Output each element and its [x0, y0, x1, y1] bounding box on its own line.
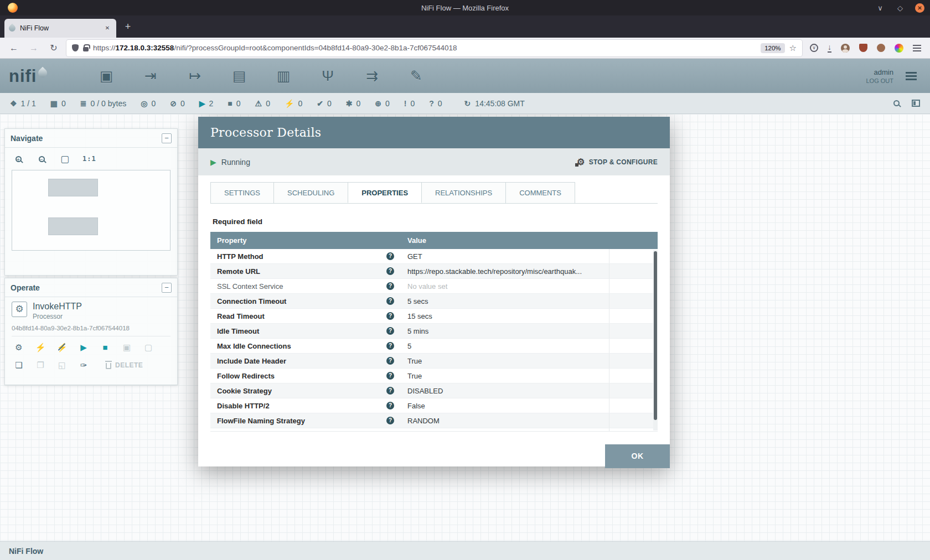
dialog-tab[interactable]: COMMENTS: [505, 182, 575, 203]
property-row[interactable]: Follow Redirects ? True: [210, 369, 658, 383]
operate-button[interactable]: ▣: [120, 341, 134, 354]
property-row[interactable]: SSL Context Service ? No value set: [210, 279, 658, 294]
tab-close-icon[interactable]: ✕: [103, 24, 112, 33]
reload-icon[interactable]: ↻: [46, 41, 61, 55]
account-icon[interactable]: [841, 44, 850, 53]
template-icon: ⇉: [366, 68, 378, 84]
fit-icon[interactable]: ▢: [59, 153, 70, 164]
forward-icon[interactable]: →: [27, 41, 41, 55]
status-count: 2: [209, 99, 214, 108]
ublock-extension-icon[interactable]: [859, 44, 867, 52]
operate-panel-header[interactable]: Operate −: [5, 278, 177, 297]
navigate-panel: Navigate − + − ▢ 1:1: [4, 128, 178, 276]
operate-title: Operate: [11, 283, 40, 292]
colorful-extension-icon[interactable]: [895, 44, 903, 53]
help-icon: ?: [386, 387, 394, 395]
zoom-out-icon[interactable]: −: [39, 156, 45, 162]
toolbar-component[interactable]: ⇥: [140, 65, 162, 87]
property-row[interactable]: Disable HTTP/2 ? False: [210, 398, 658, 413]
collapse-icon[interactable]: −: [162, 133, 172, 143]
new-tab-button[interactable]: +: [120, 19, 136, 35]
selected-component-type: Processor: [33, 313, 82, 320]
help-icon: ?: [386, 252, 394, 260]
status-item: ⚡ 0: [285, 99, 302, 108]
operate-button[interactable]: ❏: [12, 359, 26, 372]
dialog-tab[interactable]: RELATIONSHIPS: [421, 182, 506, 203]
operate-button[interactable]: ⚡: [55, 341, 69, 354]
property-row[interactable]: HTTP Method ? GET: [210, 249, 658, 264]
back-icon[interactable]: ←: [7, 41, 21, 55]
url-text[interactable]: https://172.18.0.3:32558/nifi/?processGr…: [93, 44, 756, 52]
toolbar-component[interactable]: ▣: [95, 65, 117, 87]
property-row[interactable]: Cookie Strategy ? DISABLED: [210, 383, 658, 398]
breadcrumb[interactable]: NiFi Flow: [9, 547, 43, 556]
url-bar[interactable]: https://172.18.0.3:32558/nifi/?processGr…: [66, 40, 802, 56]
table-scrollbar[interactable]: [653, 250, 658, 431]
birdseye-minimap[interactable]: [12, 170, 170, 251]
stop-and-configure-button[interactable]: ⚙ STOP & CONFIGURE: [577, 158, 658, 167]
collapse-icon[interactable]: −: [162, 283, 172, 293]
property-row[interactable]: Include Date Header ? True: [210, 354, 658, 369]
dialog-tab[interactable]: SCHEDULING: [273, 182, 348, 203]
minimize-icon[interactable]: ∨: [875, 4, 885, 12]
dialog-tab[interactable]: SETTINGS: [210, 182, 274, 203]
zoom-in-icon[interactable]: +: [16, 156, 22, 162]
downloads-icon[interactable]: ↓: [828, 44, 831, 53]
status-count: 0: [266, 99, 270, 108]
toolbar-component[interactable]: ▤: [228, 65, 250, 87]
property-row[interactable]: FlowFile Naming Strategy ? RANDOM: [210, 413, 658, 428]
operate-button[interactable]: ⚡: [33, 341, 48, 354]
refresh-icon[interactable]: ↻: [464, 99, 471, 108]
pocket-icon[interactable]: ∨: [810, 44, 818, 52]
actual-size-icon[interactable]: 1:1: [82, 153, 96, 164]
operate-button[interactable]: ❐: [33, 359, 48, 372]
search-icon[interactable]: [893, 100, 900, 106]
flow-canvas[interactable]: Navigate − + − ▢ 1:1 Operate − ⚙: [0, 114, 930, 541]
ok-button[interactable]: OK: [605, 444, 670, 468]
zoom-badge[interactable]: 120%: [761, 43, 784, 53]
property-row[interactable]: Read Timeout ? 15 secs: [210, 309, 658, 324]
global-menu-icon[interactable]: [906, 75, 917, 77]
maximize-icon[interactable]: ◇: [895, 4, 905, 12]
extension-icon[interactable]: [877, 44, 885, 52]
scrollbar-thumb[interactable]: [654, 251, 657, 420]
menu-icon[interactable]: [913, 48, 921, 49]
operate-button[interactable]: ▶: [76, 341, 91, 354]
toggle-panel-icon[interactable]: [912, 100, 920, 107]
operate-button[interactable]: ◱: [55, 359, 69, 372]
status-item: ✱ 0: [346, 99, 361, 108]
stop-icon: ■: [102, 343, 107, 352]
property-row[interactable]: Max Idle Connections ? 5: [210, 339, 658, 354]
navigate-panel-header[interactable]: Navigate −: [5, 129, 177, 148]
toolbar-component[interactable]: Ψ: [317, 65, 339, 87]
property-value: 15 secs: [402, 312, 609, 320]
help-icon: ?: [386, 417, 394, 424]
dialog-tab[interactable]: PROPERTIES: [348, 182, 422, 203]
tracking-protection-icon[interactable]: [72, 44, 79, 51]
row-actions-cell: [609, 294, 658, 308]
toolbar-component[interactable]: ▥: [272, 65, 294, 87]
property-row[interactable]: Connection Timeout ? 5 secs: [210, 294, 658, 309]
browser-tab[interactable]: NiFi Flow ✕: [4, 19, 116, 38]
operate-button[interactable]: ▢: [141, 341, 156, 354]
tab-favicon: [8, 24, 17, 33]
lock-icon[interactable]: [83, 47, 89, 51]
toolbar-component[interactable]: ⇉: [361, 65, 383, 87]
property-value: True: [402, 372, 609, 380]
url-path: /nifi/?processGroupId=root&componentIds=…: [174, 44, 457, 52]
property-row[interactable]: Idle Timeout ? 5 mins: [210, 324, 658, 339]
gear-icon: ⚙: [577, 158, 585, 167]
operate-button[interactable]: ⚙: [12, 341, 26, 354]
logout-link[interactable]: LOG OUT: [866, 77, 893, 84]
bookmark-star-icon[interactable]: ☆: [789, 43, 797, 53]
toolbar-component[interactable]: ↦: [184, 65, 206, 87]
property-row[interactable]: Remote URL ? https://repo.stackable.tech…: [210, 264, 658, 279]
delete-button[interactable]: DELETE: [106, 361, 143, 369]
toolbar-component[interactable]: ✎: [405, 65, 427, 87]
operate-button[interactable]: ✑: [76, 359, 91, 372]
close-icon[interactable]: ✕: [915, 3, 924, 13]
status-item: ⚠ 0: [255, 99, 270, 108]
operate-button[interactable]: ■: [98, 341, 112, 354]
help-icon: ?: [386, 297, 394, 305]
disabled-icon: ⚡: [285, 99, 294, 108]
